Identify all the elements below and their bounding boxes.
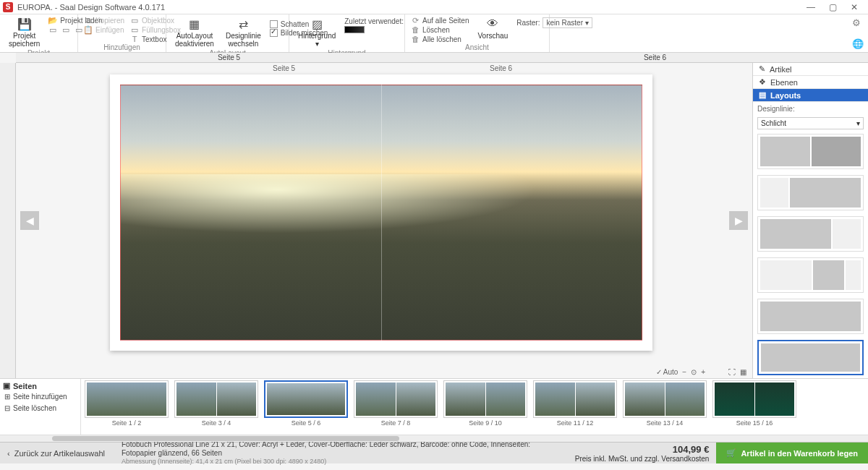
filmstrip-scrollbar[interactable] — [0, 435, 868, 442]
trash-all-icon: 🗑 — [411, 35, 420, 43]
delete-button[interactable]: 🗑Löschen — [411, 25, 469, 34]
close-button[interactable]: ✕ — [843, 1, 865, 14]
product-dimensions: Abmessung (Innenseite): 41,4 x 21 cm (Pi… — [122, 458, 562, 466]
add-page-icon: ⊞ — [4, 393, 10, 401]
recent-background-label: Zuletzt verwendet: — [344, 17, 404, 25]
designline-select[interactable]: Schlicht▾ — [757, 117, 864, 129]
horizontal-ruler: Seite 5 Seite 6 — [16, 53, 868, 63]
layouts-icon: ▤ — [759, 90, 766, 100]
copy-button: ⧉Kopieren — [84, 16, 124, 25]
delete-page-button[interactable]: ⊟Seite löschen — [3, 403, 77, 414]
page-thumb[interactable]: Seite 9 / 10 — [443, 380, 528, 435]
ribbon-toolbar: ⚙ 🌐 💾 Projekt speichern 📂Projekt laden ▭… — [0, 14, 868, 53]
page-thumb[interactable]: Seite 7 / 8 — [353, 380, 438, 435]
next-page-button[interactable]: ▶ — [729, 211, 748, 230]
chevron-down-icon: ▾ — [585, 19, 589, 27]
page-label-right: Seite 6 — [644, 54, 666, 61]
wand-icon: ✎ — [759, 64, 765, 74]
raster-label: Raster: kein Raster▾ — [516, 17, 592, 28]
minimize-button[interactable]: — — [800, 1, 822, 14]
layout-option[interactable] — [757, 134, 864, 169]
footer-bar: ‹Zurück zur Artikelauswahl Fotobuch Prof… — [0, 442, 868, 463]
trash-icon: 🗑 — [411, 25, 420, 34]
refresh-icon: ⟳ — [411, 16, 420, 25]
title-bar: S EUROPA. - Saal Design Software 4.0.171… — [0, 0, 868, 14]
tab-layouts[interactable]: ▤Layouts — [753, 89, 868, 102]
background-button[interactable]: ▨ Hintergrund ▾ — [295, 16, 339, 49]
text-icon: T — [130, 35, 139, 43]
settings-gear-icon[interactable]: ⚙ — [852, 17, 864, 28]
auto-zoom-toggle[interactable]: ✓ Auto — [656, 368, 678, 376]
recent-background-swatch[interactable] — [344, 26, 404, 33]
designline-change-button[interactable]: ⇄ Designlinie wechseln — [223, 16, 264, 49]
spread-page-left-label: Seite 5 — [273, 64, 295, 72]
layout-option-selected[interactable] — [757, 340, 864, 375]
add-to-cart-button[interactable]: 🛒Artikel in den Warenkorb legen — [716, 443, 868, 463]
grid-view-button[interactable]: ▦ — [740, 368, 746, 376]
cart-icon: 🛒 — [726, 448, 736, 458]
folder-icon: 📂 — [48, 16, 57, 25]
raster-select[interactable]: kein Raster▾ — [542, 17, 592, 28]
layout-option[interactable] — [757, 216, 864, 252]
tab-ebenen[interactable]: ❖Ebenen — [753, 76, 868, 89]
price-amount: 104,99 € — [575, 444, 710, 455]
canvas-area[interactable]: ◀ ▶ Seite 5 Seite 6 ✓ Auto − ⊙ + ⛶ ▦ — [16, 63, 752, 378]
zoom-in-button[interactable]: + — [701, 368, 705, 376]
tab-artikel[interactable]: ✎Artikel — [753, 63, 868, 76]
save-project-button[interactable]: 💾 Projekt speichern — [6, 16, 43, 49]
fullscreen-button[interactable]: ⛶ — [728, 368, 736, 376]
paste-button: 📋Einfügen — [84, 25, 124, 34]
autolayout-deactivate-button[interactable]: ▦ AutoLayout deaktivieren — [172, 16, 217, 49]
filmstrip-header: ▣Seiten — [3, 381, 77, 390]
filmstrip-scroll[interactable]: Seite 1 / 2 Seite 3 / 4 Seite 5 / 6 Seit… — [81, 379, 868, 435]
save-icon: 💾 — [17, 17, 32, 30]
filmstrip: ▣Seiten ⊞Seite hinzufügen ⊟Seite löschen… — [0, 378, 868, 435]
page-thumb[interactable]: Seite 11 / 12 — [532, 380, 618, 435]
copy-icon: ⧉ — [84, 16, 93, 25]
delete-all-button[interactable]: 🗑Alle löschen — [411, 35, 469, 43]
page-thumb[interactable]: Seite 15 / 16 — [712, 380, 797, 435]
layout-list[interactable] — [753, 131, 868, 378]
page-spread[interactable]: Seite 5 Seite 6 — [110, 74, 652, 351]
page-thumb[interactable]: Seite 3 / 4 — [174, 380, 259, 435]
layout-option[interactable] — [757, 175, 864, 210]
preview-button[interactable]: 👁 Vorschau — [475, 16, 511, 41]
vertical-ruler — [0, 63, 16, 378]
page-label-left: Seite 5 — [218, 54, 240, 61]
chevron-left-icon: ‹ — [7, 449, 10, 458]
right-panel: ✎Artikel ❖Ebenen ▤Layouts Designlinie: S… — [752, 63, 868, 378]
eye-icon: 👁 — [485, 17, 500, 30]
page-thumb-selected[interactable]: Seite 5 / 6 — [263, 380, 349, 435]
background-icon: ▨ — [310, 17, 324, 30]
layers-icon: ❖ — [759, 77, 766, 87]
page-thumb[interactable]: Seite 13 / 14 — [622, 380, 707, 435]
designline-label: Designlinie: — [753, 102, 868, 116]
spread-page-right-label: Seite 6 — [490, 64, 512, 72]
group-add-label: Hinzufügen — [84, 43, 160, 52]
layout-option[interactable] — [757, 257, 864, 293]
back-to-articles-button[interactable]: ‹Zurück zur Artikelauswahl — [0, 449, 116, 458]
maximize-button[interactable]: ▢ — [822, 1, 843, 14]
price-note: Preis inkl. MwSt. und zzgl. Versandkoste… — [575, 455, 710, 463]
globe-icon[interactable]: 🌐 — [852, 38, 864, 49]
window-title: EUROPA. - Saal Design Software 4.0.171 — [17, 3, 800, 12]
page-thumb[interactable]: Seite 1 / 2 — [84, 380, 169, 435]
group-view-label: Ansicht — [411, 43, 543, 52]
paste-icon: 📋 — [84, 25, 93, 34]
swap-icon: ⇄ — [236, 17, 250, 30]
spread-fold-line — [381, 74, 382, 351]
layout-option[interactable] — [757, 299, 864, 334]
autolayout-icon: ▦ — [187, 17, 202, 30]
chevron-down-icon: ▾ — [856, 119, 860, 127]
product-description: Fotobuch Professional Line 21 x 21, Cove… — [122, 440, 562, 458]
add-page-button[interactable]: ⊞Seite hinzufügen — [3, 391, 77, 402]
delete-page-icon: ⊟ — [4, 404, 10, 412]
pages-icon: ▣ — [3, 381, 10, 390]
prev-page-button[interactable]: ◀ — [20, 211, 39, 230]
app-logo-icon: S — [3, 2, 13, 12]
zoom-out-button[interactable]: − — [682, 368, 686, 376]
all-pages-button[interactable]: ⟳Auf alle Seiten — [411, 16, 469, 25]
zoom-fit-button[interactable]: ⊙ — [691, 368, 697, 376]
